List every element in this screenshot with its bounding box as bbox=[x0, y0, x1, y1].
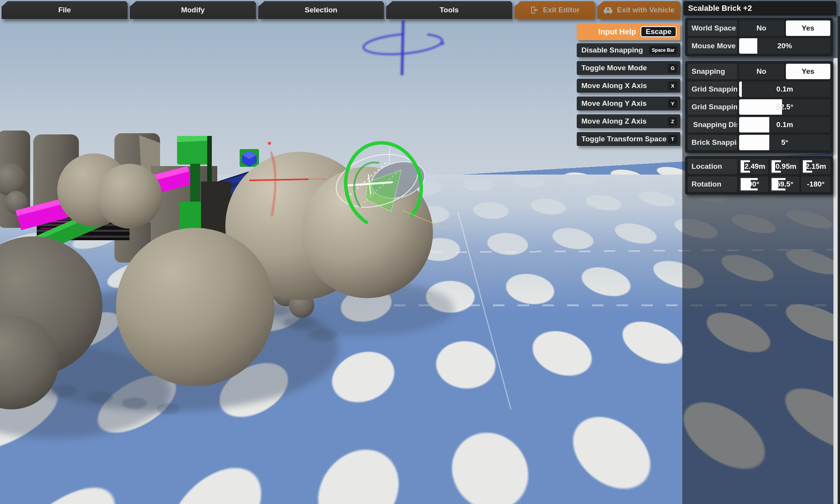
location-z-field[interactable]: 2.15m bbox=[801, 159, 830, 174]
shortcut-label: Toggle Transform Space bbox=[581, 135, 668, 143]
mouse-move-sensitivity-label: Mouse Move Sen bbox=[688, 38, 737, 54]
menu-file-label: File bbox=[58, 6, 71, 14]
rotation-y-field[interactable]: 59.5° bbox=[770, 176, 799, 192]
grid-snapping-distance-value: 0.1m bbox=[739, 81, 830, 97]
snapping-label: Snapping bbox=[688, 64, 737, 79]
world-space-label: World Space bbox=[688, 20, 737, 36]
menu-selection-label: Selection bbox=[305, 6, 337, 14]
grid-snapping-angle-slider[interactable]: 22.5° bbox=[739, 99, 830, 115]
mouse-move-sensitivity-slider[interactable]: 20% bbox=[739, 38, 830, 54]
shortcut-move-z: Move Along Z Axis Z bbox=[577, 114, 680, 128]
world-space-yes-button[interactable]: Yes bbox=[786, 20, 831, 36]
shortcut-label: Move Along Y Axis bbox=[581, 99, 668, 108]
location-row: Location -2.49m -0.95m 2.15m bbox=[688, 159, 830, 174]
exit-with-vehicle-label: Exit with Vehicle bbox=[617, 6, 675, 14]
brick-editor-screen: { "menu": { "items": [ {"label": "File"}… bbox=[0, 0, 840, 504]
location-x-value: -2.49m bbox=[742, 162, 765, 171]
input-help-escape-key: Escape bbox=[641, 26, 676, 37]
brick-snapping-angle-slider[interactable]: 5° bbox=[739, 135, 830, 150]
panel-title-text: Scalable Brick +2 bbox=[688, 4, 752, 13]
snapping-distance-value: 0.1m bbox=[739, 117, 830, 132]
grid-snapping-angle-row: Grid Snapping A 22.5° bbox=[688, 99, 830, 115]
world-space-no-button[interactable]: No bbox=[739, 20, 784, 36]
panel-group-transform: Location -2.49m -0.95m 2.15m Rotation 90… bbox=[685, 156, 833, 195]
snapping-no-button[interactable]: No bbox=[739, 64, 784, 79]
snapping-distance-label: Snapping Distan bbox=[688, 117, 737, 132]
shortcut-move-y: Move Along Y Axis Y bbox=[577, 97, 680, 110]
input-help-title: Input Help bbox=[598, 27, 636, 36]
grid-snapping-angle-label: Grid Snapping A bbox=[688, 99, 737, 115]
panel-scrollbar-track bbox=[838, 16, 840, 504]
location-x-field[interactable]: -2.49m bbox=[739, 159, 768, 174]
location-y-value: -0.95m bbox=[773, 162, 796, 171]
brick-snapping-angle-value: 5° bbox=[739, 135, 830, 150]
shortcut-disable-snapping: Disable Snapping Space Bar bbox=[577, 43, 680, 57]
snapping-yes-button[interactable]: Yes bbox=[786, 64, 831, 79]
snapping-distance-slider[interactable]: 0.1m bbox=[739, 117, 830, 132]
input-help-header[interactable]: Input Help Escape bbox=[577, 23, 680, 40]
key-badge: Y bbox=[668, 99, 677, 108]
rotation-z-value: -180° bbox=[807, 180, 825, 188]
rotation-x-field[interactable]: 90° bbox=[739, 176, 768, 192]
rotation-row: Rotation 90° 59.5° -180° bbox=[688, 176, 830, 192]
menu-tools-label: Tools bbox=[440, 6, 458, 14]
snapping-row: Snapping No Yes bbox=[688, 64, 830, 79]
key-badge: Z bbox=[668, 117, 677, 126]
mouse-move-sensitivity-row: Mouse Move Sen 20% bbox=[688, 38, 830, 54]
shortcut-toggle-transform-space: Toggle Transform Space T bbox=[577, 132, 680, 146]
rotation-y-value: 59.5° bbox=[776, 180, 794, 188]
shortcut-label: Toggle Move Mode bbox=[581, 64, 668, 72]
menu-tools[interactable]: Tools bbox=[386, 1, 512, 19]
exit-door-icon bbox=[530, 5, 539, 15]
exit-with-vehicle-button[interactable]: Exit with Vehicle bbox=[597, 1, 680, 19]
world-space-row: World Space No Yes bbox=[688, 20, 830, 36]
rotation-z-field[interactable]: -180° bbox=[801, 176, 830, 192]
blue-axis-gizmo bbox=[363, 22, 444, 74]
grid-snapping-angle-value: 22.5° bbox=[739, 99, 830, 115]
snapping-distance-row: Snapping Distan 0.1m bbox=[688, 117, 830, 132]
brick-snapping-angle-label: Brick Snapping A bbox=[688, 135, 737, 150]
shortcut-toggle-move-mode: Toggle Move Mode G bbox=[577, 61, 680, 75]
exit-editor-button[interactable]: Exit Editor bbox=[515, 1, 595, 19]
key-badge: X bbox=[668, 81, 677, 90]
shortcut-label: Move Along Z Axis bbox=[581, 117, 668, 126]
exit-editor-label: Exit Editor bbox=[543, 6, 579, 14]
menu-file[interactable]: File bbox=[2, 1, 128, 19]
grid-snapping-distance-row: Grid Snapping D 0.1m bbox=[688, 81, 830, 97]
panel-title: Scalable Brick +2 bbox=[683, 1, 836, 15]
menu-modify[interactable]: Modify bbox=[130, 1, 256, 19]
panel-group-general: World Space No Yes Mouse Move Sen 20% bbox=[685, 18, 833, 56]
menu-selection[interactable]: Selection bbox=[258, 1, 384, 19]
grid-snapping-distance-slider[interactable]: 0.1m bbox=[739, 81, 830, 97]
shortcut-move-x: Move Along X Axis X bbox=[577, 79, 680, 93]
car-icon bbox=[603, 6, 613, 14]
brick-vehicle bbox=[0, 131, 433, 409]
mouse-move-sensitivity-value: 20% bbox=[739, 38, 830, 54]
panel-group-snapping: Snapping No Yes Grid Snapping D 0.1m Gri… bbox=[685, 61, 833, 153]
key-badge: Space Bar bbox=[649, 46, 677, 54]
location-label: Location bbox=[688, 159, 737, 174]
panel-scrollbar-thumb[interactable] bbox=[833, 58, 838, 504]
shortcut-label: Move Along X Axis bbox=[581, 81, 668, 90]
location-y-field[interactable]: -0.95m bbox=[770, 159, 799, 174]
rotation-x-value: 90° bbox=[748, 180, 759, 188]
key-badge: G bbox=[668, 64, 677, 73]
menu-modify-label: Modify bbox=[181, 6, 204, 14]
key-badge: T bbox=[668, 135, 677, 144]
shortcut-label: Disable Snapping bbox=[581, 46, 649, 54]
location-z-value: 2.15m bbox=[805, 162, 826, 171]
grid-snapping-distance-label: Grid Snapping D bbox=[688, 81, 737, 97]
rotation-label: Rotation bbox=[688, 176, 737, 192]
brick-snapping-angle-row: Brick Snapping A 5° bbox=[688, 135, 830, 150]
